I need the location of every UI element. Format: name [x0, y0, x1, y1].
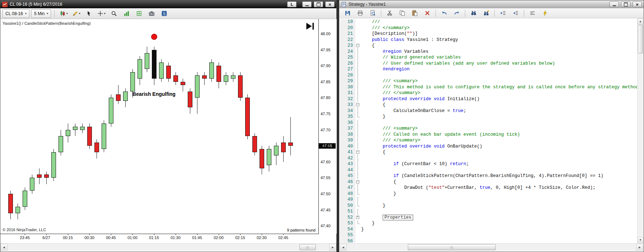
code-text[interactable]: /// <summary>	[360, 78, 418, 84]
fold-margin[interactable]	[355, 55, 360, 61]
scroll-right-icon[interactable]: ►	[329, 244, 336, 251]
line-number[interactable]: 45	[340, 173, 355, 179]
line-number[interactable]: 25	[340, 55, 355, 61]
fold-margin[interactable]	[355, 137, 360, 144]
line-number[interactable]: 36	[340, 120, 355, 126]
fold-margin[interactable]	[355, 102, 360, 108]
line-number[interactable]: 24	[340, 49, 355, 55]
line-number[interactable]: 56	[340, 238, 355, 243]
scroll-right-icon[interactable]: ►	[636, 244, 643, 251]
line-number[interactable]: 39	[340, 137, 355, 144]
code-text[interactable]: {	[360, 149, 386, 155]
code-text[interactable]: }	[360, 227, 364, 233]
copy-button[interactable]	[396, 9, 408, 18]
chart-window-titlebar[interactable]: CL 08-16 (5 Min) 6/27/2016 L ×	[0, 0, 336, 8]
fold-margin[interactable]	[355, 78, 360, 84]
close-button[interactable]: ×	[633, 1, 642, 7]
line-number[interactable]: 19	[340, 19, 355, 25]
fold-margin[interactable]	[355, 96, 360, 102]
code-text[interactable]: /// Called on each bar update event (inc…	[360, 132, 520, 138]
line-number[interactable]: 41	[340, 149, 355, 155]
line-number[interactable]: 48	[340, 191, 355, 197]
line-number[interactable]: 52	[340, 215, 355, 221]
fold-margin[interactable]	[355, 66, 360, 73]
fold-margin[interactable]	[355, 185, 360, 191]
maximize-button[interactable]	[314, 1, 323, 7]
code-text[interactable]: /// <summary>	[360, 126, 418, 132]
fold-margin[interactable]	[355, 232, 360, 238]
print-button[interactable]	[354, 9, 366, 18]
code-text[interactable]: }	[360, 220, 375, 227]
cursor-button[interactable]	[83, 9, 94, 18]
line-number[interactable]: 44	[340, 167, 355, 173]
code-text[interactable]	[360, 120, 361, 126]
code-text[interactable]: public class Yassine1 : Strategy	[360, 37, 458, 43]
line-number[interactable]: 38	[340, 132, 355, 138]
line-number[interactable]: 47	[340, 185, 355, 191]
fold-margin[interactable]	[355, 49, 360, 55]
fold-margin[interactable]	[355, 238, 360, 243]
chart-style-button[interactable]: ▾	[58, 9, 69, 18]
drawing-tools-button[interactable]: ▾	[70, 9, 82, 18]
fold-margin[interactable]	[355, 132, 360, 138]
code-text[interactable]	[360, 209, 361, 215]
close-button[interactable]: ×	[325, 1, 335, 7]
line-number[interactable]: 55	[340, 232, 355, 238]
chart-hscroll-thumb[interactable]: |||	[299, 244, 316, 250]
code-text[interactable]	[360, 155, 361, 162]
fold-margin[interactable]	[355, 149, 360, 155]
fold-margin[interactable]	[355, 37, 360, 43]
code-text[interactable]	[360, 197, 361, 203]
minimize-button[interactable]	[610, 1, 619, 7]
data-series-button[interactable]	[121, 9, 132, 18]
line-number[interactable]: 43	[340, 161, 355, 167]
code-text[interactable]: {	[360, 179, 396, 185]
save-button[interactable]	[342, 9, 353, 18]
code-text[interactable]: }	[360, 203, 386, 209]
code-text[interactable]: protected override void OnBarUpdate()	[360, 144, 482, 150]
fold-margin[interactable]	[355, 84, 360, 90]
line-number[interactable]: 49	[340, 197, 355, 203]
zoom-button[interactable]	[108, 9, 120, 18]
editor-window-titlebar[interactable]: Strategy - Yassine1 ×	[339, 0, 644, 8]
line-number[interactable]: 35	[340, 114, 355, 120]
fold-margin[interactable]	[355, 126, 360, 132]
indent-button[interactable]	[497, 9, 509, 18]
code-text[interactable]: {	[360, 43, 375, 49]
line-number[interactable]: 28	[340, 73, 355, 79]
fold-margin[interactable]	[355, 43, 360, 49]
line-number[interactable]: 22	[340, 37, 355, 43]
code-text[interactable]	[360, 232, 361, 238]
line-number[interactable]: 51	[340, 209, 355, 215]
line-number[interactable]: 50	[340, 203, 355, 209]
fold-margin[interactable]	[355, 227, 360, 233]
code-text[interactable]: Properties	[360, 215, 413, 221]
price-axis[interactable]: 47.65 48.0047.9547.9047.8547.8047.7547.7…	[319, 19, 337, 234]
page-find-button[interactable]	[367, 9, 378, 18]
code-text[interactable]: /// </summary>	[360, 137, 420, 144]
fold-margin[interactable]	[355, 31, 360, 37]
line-number[interactable]: 53	[340, 220, 355, 227]
code-text[interactable]: {	[360, 102, 386, 108]
fold-margin[interactable]	[355, 114, 360, 120]
code-text[interactable]: [Description("")]	[360, 31, 418, 37]
code-text[interactable]: // Wizard generated variables	[360, 55, 461, 61]
code-text[interactable]	[360, 238, 361, 243]
minimize-button[interactable]	[302, 1, 312, 7]
code-text[interactable]: protected override void Initialize()	[360, 96, 480, 102]
strategy-button[interactable]: S	[158, 9, 170, 18]
line-number[interactable]: 32	[340, 96, 355, 102]
line-number[interactable]: 27	[340, 66, 355, 73]
line-number[interactable]: 42	[340, 155, 355, 162]
line-number[interactable]: 31	[340, 90, 355, 96]
paste-button[interactable]	[409, 9, 420, 18]
fold-margin[interactable]	[355, 144, 360, 150]
code-text[interactable]: CalculateOnBarClose = true;	[360, 108, 466, 114]
editor-vscrollbar[interactable]: ▲ ▼	[637, 18, 643, 243]
fold-margin[interactable]	[355, 173, 360, 179]
line-number[interactable]: 54	[340, 227, 355, 233]
fold-margin[interactable]	[355, 90, 360, 96]
code-text[interactable]: /// This method is used to configure the…	[360, 84, 637, 90]
editor-lines[interactable]: 19 ///20 /// </summary>21 [Description("…	[340, 19, 637, 243]
fold-margin[interactable]	[355, 73, 360, 79]
